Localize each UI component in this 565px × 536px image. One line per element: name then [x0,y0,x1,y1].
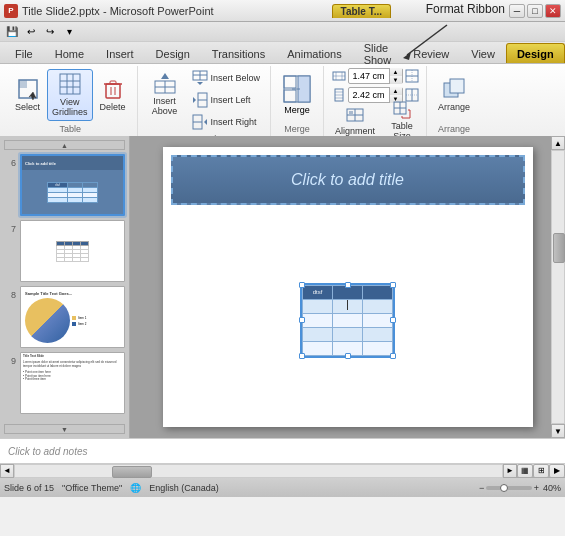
minimize-button[interactable]: ─ [509,4,525,18]
table-cell-r3c1[interactable] [303,313,333,327]
slide-thumbnail-9[interactable]: 9 Title Text Slide Lorem ipsum dolor sit… [4,352,125,414]
slide-info: Slide 6 of 15 [4,483,54,493]
tab-insert[interactable]: Insert [95,43,145,63]
view-gridlines-button[interactable]: ViewGridlines [47,69,93,121]
notes-area[interactable]: Click to add notes [0,438,565,463]
width-decrement-button[interactable]: ▼ [390,76,402,84]
scroll-track[interactable] [551,150,565,424]
table-size-button[interactable]: TableSize [384,103,420,139]
scroll-left-button[interactable]: ◄ [0,464,14,478]
tab-design2[interactable]: Design [506,43,565,63]
table-cell-r4c1[interactable] [303,327,333,341]
height-increment-button[interactable]: ▲ [390,87,402,95]
width-increment-button[interactable]: ▲ [390,68,402,76]
table-handle-tc[interactable] [345,282,351,288]
svg-marker-24 [193,97,196,103]
close-button[interactable]: ✕ [545,4,561,18]
slideshow-button[interactable]: ▶ [549,464,565,478]
tab-slideshow[interactable]: Slide Show [353,43,403,63]
cell-height-icon [332,88,346,102]
table-handle-bl[interactable] [299,353,305,359]
table-cell-r2c1[interactable] [303,299,333,313]
table-cell-r2c3[interactable] [363,299,393,313]
select-label: Select [15,103,40,113]
horizontal-scrollbar[interactable]: ◄ ► ▦ ⊞ ▶ [0,463,565,477]
table-cell-r5c3[interactable] [363,341,393,355]
scroll-down-button[interactable]: ▼ [551,424,565,438]
ppt-table[interactable]: dtsf [302,285,393,356]
zoom-minus-icon[interactable]: − [479,483,484,493]
table-handle-tr[interactable] [390,282,396,288]
table-tab[interactable]: Table T... [332,4,392,18]
undo-button[interactable]: ↩ [23,24,39,40]
title-text: Title Slide2.pptx - Microsoft PowerPoint [22,5,214,17]
table-cell-r3c2[interactable] [333,313,363,327]
customize-quick-access-button[interactable]: ▾ [61,24,77,40]
slide-image-7[interactable] [20,220,125,282]
table-container[interactable]: dtsf [300,283,395,358]
slide-panel-scroll-down[interactable]: ▼ [4,424,125,434]
table-cell-header-1[interactable]: dtsf [303,285,333,299]
table-cell-r5c1[interactable] [303,341,333,355]
table-handle-ml[interactable] [299,317,305,323]
text-cursor [347,300,348,310]
hscroll-thumb[interactable] [112,466,152,478]
zoom-plus-icon[interactable]: + [534,483,539,493]
save-button[interactable]: 💾 [4,24,20,40]
slide-title-placeholder[interactable]: Click to add title [171,155,525,205]
tab-design[interactable]: Design [145,43,201,63]
tab-view[interactable]: View [460,43,506,63]
svg-rect-50 [349,111,353,114]
insert-right-button[interactable]: Insert Right [188,112,265,132]
cell-width-input[interactable]: 1.47 cm ▲ ▼ [348,68,403,84]
cell-width-row: 1.47 cm ▲ ▼ [332,68,419,84]
table-handle-tl[interactable] [299,282,305,288]
table-cell-r2c2[interactable] [333,299,363,313]
alignment-button[interactable]: Alignment [330,103,380,139]
slide-image-6[interactable]: Click to add title dtsf [20,154,125,216]
arrange-button[interactable]: Arrange [433,69,475,121]
insert-above-button[interactable]: InsertAbove [144,68,186,120]
select-button[interactable]: Select [10,69,45,121]
zoom-track[interactable] [486,486,531,490]
insert-left-icon [192,92,208,108]
delete-icon [101,77,125,101]
slide-thumbnail-8[interactable]: 8 Sample Title Text Goes... Item 1 Item … [4,286,125,348]
normal-view-button[interactable]: ▦ [517,464,533,478]
hscroll-track[interactable] [14,464,503,478]
tab-transitions[interactable]: Transitions [201,43,276,63]
slide-image-9[interactable]: Title Text Slide Lorem ipsum dolor sit a… [20,352,125,414]
vertical-scrollbar[interactable]: ▲ ▼ [551,136,565,438]
scroll-up-button[interactable]: ▲ [551,136,565,150]
slide-image-8[interactable]: Sample Title Text Goes... Item 1 Item 2 [20,286,125,348]
table-cell-r3c3[interactable] [363,313,393,327]
table-cell-header-3[interactable] [363,285,393,299]
redo-button[interactable]: ↪ [42,24,58,40]
tab-file[interactable]: File [4,43,44,63]
table-handle-bc[interactable] [345,353,351,359]
table-cell-r4c3[interactable] [363,327,393,341]
scroll-thumb[interactable] [553,233,565,263]
zoom-thumb[interactable] [500,484,508,492]
merge-button[interactable]: Merge [277,71,317,119]
tab-animations[interactable]: Animations [276,43,352,63]
insert-below-button[interactable]: Insert Below [188,68,265,88]
scroll-right-button[interactable]: ► [503,464,517,478]
insert-left-button[interactable]: Insert Left [188,90,265,110]
slide-sorter-button[interactable]: ⊞ [533,464,549,478]
table-handle-mr[interactable] [390,317,396,323]
ribbon-tab-bar: File Home Insert Design Transitions Anim… [0,42,565,64]
svg-marker-21 [197,82,203,85]
slide-number-7: 7 [4,224,16,234]
slide-thumbnail-7[interactable]: 7 [4,220,125,282]
slide-canvas[interactable]: Click to add title [163,147,533,427]
slide-panel-scroll-up[interactable]: ▲ [4,140,125,150]
delete-button[interactable]: Delete [95,69,131,121]
tab-home[interactable]: Home [44,43,95,63]
zoom-slider[interactable]: − + [479,483,539,493]
table-cell-r4c2[interactable] [333,327,363,341]
slide-thumbnail-6[interactable]: 6 Click to add title dtsf [4,154,125,216]
maximize-button[interactable]: □ [527,4,543,18]
table-handle-br[interactable] [390,353,396,359]
powerpoint-icon: P [4,4,18,18]
